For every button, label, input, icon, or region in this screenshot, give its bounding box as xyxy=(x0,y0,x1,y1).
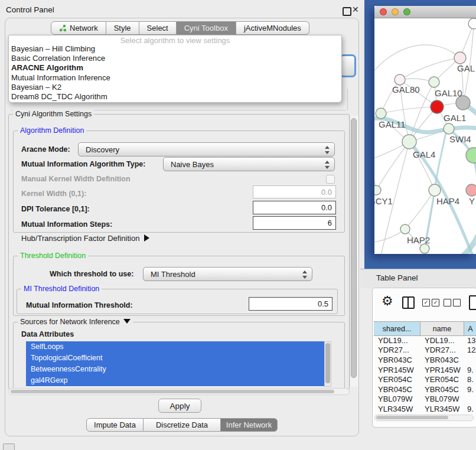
network-node-label: HAP2 xyxy=(407,235,430,245)
network-node-GAL10[interactable] xyxy=(429,77,439,87)
network-node[interactable] xyxy=(420,244,429,253)
tab-infer-network[interactable]: Infer Network xyxy=(221,418,278,432)
network-canvas[interactable]: GALGAL80GAL10GAL1GAL11SWI4GAL4GCY1HAP4YH… xyxy=(374,18,476,254)
data-attribute-item[interactable]: TopologicalCoefficient xyxy=(26,353,324,364)
gear-icon[interactable]: ⚙ xyxy=(382,294,393,308)
data-attributes-list[interactable]: SelfLoopsTopologicalCoefficientBetweenne… xyxy=(26,341,324,387)
data-attribute-item[interactable]: gal4RGexp xyxy=(26,375,324,386)
manual-kernel-label: Manual Kernel Width Definition xyxy=(21,175,131,183)
table-cell: YBR045C xyxy=(420,385,464,394)
unchecked-columns-icon[interactable] xyxy=(453,299,461,306)
aracne-mode-select[interactable]: Discovery xyxy=(78,142,335,156)
column-header-shared[interactable]: shared... xyxy=(374,322,420,335)
table-cell: 13 xyxy=(464,336,476,345)
network-node-GAL80[interactable] xyxy=(395,74,405,85)
network-node-GAL1[interactable] xyxy=(431,100,444,113)
table-cell: YLR345W xyxy=(420,405,464,413)
network-node-GAL4[interactable] xyxy=(402,135,416,149)
algorithm-option[interactable]: Bayesian – Hill Climbing xyxy=(11,44,339,54)
algorithm-option[interactable]: ARACNE Algorithm xyxy=(11,63,339,73)
algorithm-option[interactable]: Bayesian – K2 xyxy=(11,83,339,92)
algorithm-hint: Select algorithm to view settings xyxy=(9,36,341,45)
page-icon[interactable] xyxy=(469,295,476,310)
settings-hscrollbar-thumb[interactable] xyxy=(11,390,334,393)
algorithm-option[interactable]: Mutual Information Inference xyxy=(11,73,339,83)
attributes-vscrollbar-track xyxy=(324,341,331,387)
table-cell: YBR043C xyxy=(374,356,420,364)
minimized-panel-chip[interactable] xyxy=(3,444,15,450)
column-header-third[interactable]: A xyxy=(464,322,476,335)
network-node-GAL11[interactable] xyxy=(376,108,386,119)
table-row[interactable]: YER054CYER054C8. xyxy=(374,374,476,384)
column-header-name[interactable]: name xyxy=(420,322,464,335)
table-cell: YDR27... xyxy=(420,345,464,354)
spinner-icon xyxy=(302,270,307,279)
table-row[interactable]: YBL079WYBL079W xyxy=(374,394,476,405)
table-hscrollbar-thumb[interactable] xyxy=(376,416,448,419)
table-cell: 12 xyxy=(464,345,476,354)
settings-vscrollbar-thumb[interactable] xyxy=(351,118,357,378)
table-cell: 9. xyxy=(464,385,476,394)
sources-title[interactable]: Sources for Network Inference xyxy=(18,318,133,326)
threshold-select[interactable]: MI Threshold xyxy=(143,267,312,281)
table-panel-card: ⚙ ✓ ✓ shared... name A YDL19...YDL19...1… xyxy=(372,288,476,428)
control-panel-tabbar: Network Style Select Cyni Toolbox jActiv… xyxy=(51,21,309,35)
panel-edge xyxy=(347,89,348,110)
data-attribute-item[interactable]: SelfLoops xyxy=(26,341,324,353)
tab-select[interactable]: Select xyxy=(139,21,177,35)
network-node-HAP2[interactable] xyxy=(400,224,410,234)
network-node-HAP4[interactable] xyxy=(429,184,441,196)
data-attributes-label: Data Attributes xyxy=(21,330,74,338)
network-node[interactable] xyxy=(466,148,476,163)
tab-style[interactable]: Style xyxy=(106,21,139,35)
algorithm-option[interactable]: Basic Correlation Inference xyxy=(11,54,339,63)
network-node[interactable] xyxy=(466,184,476,196)
mi-steps-input[interactable]: 6 xyxy=(253,216,336,230)
network-node-label: GAL xyxy=(457,63,475,73)
table-cell: 9. xyxy=(464,366,476,374)
tab-jactivemnodules[interactable]: jActiveMNodules xyxy=(236,21,309,35)
checked-columns-icon[interactable]: ✓ xyxy=(432,299,439,306)
split-view-icon[interactable] xyxy=(402,296,415,309)
network-node[interactable] xyxy=(468,18,476,29)
apply-button[interactable]: Apply xyxy=(158,399,201,413)
mi-threshold-input[interactable]: 0.5 xyxy=(249,297,332,311)
table-cell: YDL19... xyxy=(374,336,420,345)
tab-cyni-toolbox[interactable]: Cyni Toolbox xyxy=(177,21,236,35)
table-row[interactable]: YBR045CYBR045C9. xyxy=(374,384,476,394)
table-cell: YBR045C xyxy=(374,385,420,394)
table-hscrollbar-track xyxy=(374,415,474,421)
network-node-SWI4[interactable] xyxy=(444,123,454,134)
traffic-light-close-icon[interactable] xyxy=(380,8,387,15)
table-row[interactable]: YLR345WYLR345W9. xyxy=(374,404,476,414)
network-node-label: GAL10 xyxy=(435,88,462,98)
hub-definition-toggle[interactable]: Hub/Transcription Factor Definition xyxy=(21,234,149,243)
algorithm-combobox-edge[interactable] xyxy=(340,54,356,77)
data-attribute-item[interactable]: BetweennessCentrality xyxy=(26,364,324,375)
mi-steps-label: Mutual Information Steps: xyxy=(21,220,112,229)
traffic-light-zoom-icon[interactable] xyxy=(403,8,410,15)
tab-network[interactable]: Network xyxy=(51,21,106,35)
unchecked-columns-icon[interactable] xyxy=(444,299,451,306)
table-row[interactable]: YPR145WYPR145W9. xyxy=(374,365,476,375)
network-node[interactable] xyxy=(454,52,466,64)
algorithm-option[interactable]: Dream8 DC_TDC Algorithm xyxy=(11,92,339,102)
window-close-icon[interactable]: ✕ xyxy=(352,5,359,14)
attributes-vscrollbar-thumb[interactable] xyxy=(325,343,330,383)
table-row[interactable]: YDL19...YDL19...13 xyxy=(374,335,476,345)
table-row[interactable]: YDR27...YDR27...12 xyxy=(374,345,476,356)
dpi-tolerance-input[interactable]: 0.0 xyxy=(253,201,336,214)
network-window-titlebar[interactable] xyxy=(374,6,476,18)
traffic-light-minimize-icon[interactable] xyxy=(392,8,399,15)
window-float-icon[interactable] xyxy=(343,7,351,16)
checked-columns-icon[interactable]: ✓ xyxy=(422,299,430,306)
mi-type-select[interactable]: Naive Bayes xyxy=(163,157,335,171)
dpi-tolerance-label: DPI Tolerance [0,1]: xyxy=(21,205,90,213)
tab-discretize-data[interactable]: Discretize Data xyxy=(144,418,221,432)
table-row[interactable]: YBR043CYBR043C xyxy=(374,355,476,365)
tab-impute-data[interactable]: Impute Data xyxy=(86,418,144,432)
network-node-GCY1[interactable] xyxy=(374,185,381,195)
which-threshold-label: Which threshold to use: xyxy=(50,270,133,278)
network-node-label: GAL80 xyxy=(392,84,420,94)
network-tab-icon xyxy=(59,24,67,32)
